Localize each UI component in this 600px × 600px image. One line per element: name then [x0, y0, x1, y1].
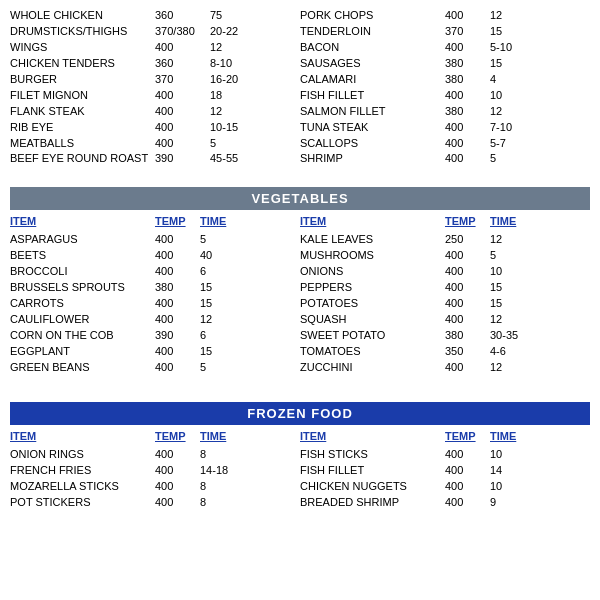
table-row: BREADED SHRIMP4009: [300, 495, 590, 511]
frozen-table: ITEM TEMP TIME ONION RINGS4008FRENCH FRI…: [10, 429, 590, 511]
row-temp: 380: [155, 280, 200, 296]
row-item: POTATOES: [300, 296, 445, 312]
row-item: CARROTS: [10, 296, 155, 312]
row-time: 9: [490, 495, 530, 511]
table-row: ONIONS40010: [300, 264, 590, 280]
row-temp: 400: [445, 136, 490, 152]
row-temp: 400: [155, 264, 200, 280]
row-temp: 380: [445, 56, 490, 72]
table-row: BACON4005-10: [300, 40, 590, 56]
fro-col-temp-label-r: TEMP: [445, 429, 490, 445]
row-time: 8: [200, 479, 240, 495]
frozen-left-headers: ITEM TEMP TIME: [10, 429, 300, 445]
table-row: BROCCOLI4006: [10, 264, 300, 280]
row-item: PORK CHOPS: [300, 8, 445, 24]
table-row: KALE LEAVES25012: [300, 232, 590, 248]
row-time: 8: [200, 447, 240, 463]
row-item: WINGS: [10, 40, 155, 56]
vegetables-right: ITEM TEMP TIME KALE LEAVES25012MUSHROOMS…: [300, 214, 590, 375]
row-item: FISH FILLET: [300, 463, 445, 479]
row-time: 10: [490, 447, 530, 463]
veg-col-temp-label: TEMP: [155, 214, 200, 230]
row-temp: 400: [155, 232, 200, 248]
table-row: CARROTS40015: [10, 296, 300, 312]
row-item: BEEF EYE ROUND ROAST: [10, 151, 155, 167]
table-row: FISH FILLET40010: [300, 88, 590, 104]
row-temp: 400: [445, 296, 490, 312]
row-item: MEATBALLS: [10, 136, 155, 152]
table-row: FLANK STEAK40012: [10, 104, 300, 120]
row-item: KALE LEAVES: [300, 232, 445, 248]
row-item: SQUASH: [300, 312, 445, 328]
row-temp: 370/380: [155, 24, 210, 40]
row-temp: 400: [155, 344, 200, 360]
row-item: EGGPLANT: [10, 344, 155, 360]
row-temp: 380: [445, 328, 490, 344]
row-time: 12: [200, 312, 240, 328]
table-row: SWEET POTATO38030-35: [300, 328, 590, 344]
row-item: BROCCOLI: [10, 264, 155, 280]
table-row: GREEN BEANS4005: [10, 360, 300, 376]
table-row: CHICKEN TENDERS3608-10: [10, 56, 300, 72]
row-time: 15: [490, 296, 530, 312]
row-time: 8-10: [210, 56, 250, 72]
row-item: FISH FILLET: [300, 88, 445, 104]
row-item: BACON: [300, 40, 445, 56]
row-time: 5-10: [490, 40, 530, 56]
row-temp: 400: [155, 360, 200, 376]
row-time: 12: [210, 104, 250, 120]
frozen-right-headers: ITEM TEMP TIME: [300, 429, 590, 445]
row-item: BRUSSELS SPROUTS: [10, 280, 155, 296]
table-row: ZUCCHINI40012: [300, 360, 590, 376]
table-row: TUNA STEAK4007-10: [300, 120, 590, 136]
table-row: FISH FILLET40014: [300, 463, 590, 479]
row-item: SALMON FILLET: [300, 104, 445, 120]
row-temp: 390: [155, 328, 200, 344]
table-row: MOZARELLA STICKS4008: [10, 479, 300, 495]
table-row: FRENCH FRIES40014-18: [10, 463, 300, 479]
row-temp: 400: [155, 447, 200, 463]
frozen-section: FROZEN FOOD ITEM TEMP TIME ONION RINGS40…: [10, 402, 590, 511]
row-temp: 400: [445, 151, 490, 167]
row-time: 7-10: [490, 120, 530, 136]
row-temp: 400: [155, 312, 200, 328]
row-temp: 370: [445, 24, 490, 40]
row-time: 16-20: [210, 72, 250, 88]
veg-col-temp-label-r: TEMP: [445, 214, 490, 230]
table-row: ONION RINGS4008: [10, 447, 300, 463]
row-time: 40: [200, 248, 240, 264]
row-time: 14-18: [200, 463, 240, 479]
meat-table: WHOLE CHICKEN36075DRUMSTICKS/THIGHS370/3…: [10, 8, 590, 167]
row-item: SHRIMP: [300, 151, 445, 167]
vegetables-left: ITEM TEMP TIME ASPARAGUS4005BEETS40040BR…: [10, 214, 300, 375]
row-temp: 400: [155, 479, 200, 495]
fro-col-temp-label: TEMP: [155, 429, 200, 445]
row-time: 18: [210, 88, 250, 104]
row-temp: 380: [445, 72, 490, 88]
table-row: POT STICKERS4008: [10, 495, 300, 511]
row-temp: 400: [155, 120, 210, 136]
table-row: SALMON FILLET38012: [300, 104, 590, 120]
fro-col-time-label: TIME: [200, 429, 240, 445]
table-row: SCALLOPS4005-7: [300, 136, 590, 152]
row-temp: 400: [445, 447, 490, 463]
table-row: CAULIFLOWER40012: [10, 312, 300, 328]
table-row: BEEF EYE ROUND ROAST39045-55: [10, 151, 300, 167]
table-row: SAUSAGES38015: [300, 56, 590, 72]
table-row: POTATOES40015: [300, 296, 590, 312]
row-item: SCALLOPS: [300, 136, 445, 152]
row-time: 12: [210, 40, 250, 56]
row-time: 14: [490, 463, 530, 479]
table-row: WINGS40012: [10, 40, 300, 56]
row-time: 10: [490, 88, 530, 104]
row-time: 8: [200, 495, 240, 511]
row-time: 15: [490, 280, 530, 296]
row-temp: 400: [445, 40, 490, 56]
row-time: 6: [200, 264, 240, 280]
row-time: 5: [200, 360, 240, 376]
veg-col-time-label: TIME: [200, 214, 240, 230]
row-item: MOZARELLA STICKS: [10, 479, 155, 495]
row-item: BREADED SHRIMP: [300, 495, 445, 511]
row-time: 15: [490, 56, 530, 72]
row-temp: 360: [155, 8, 210, 24]
